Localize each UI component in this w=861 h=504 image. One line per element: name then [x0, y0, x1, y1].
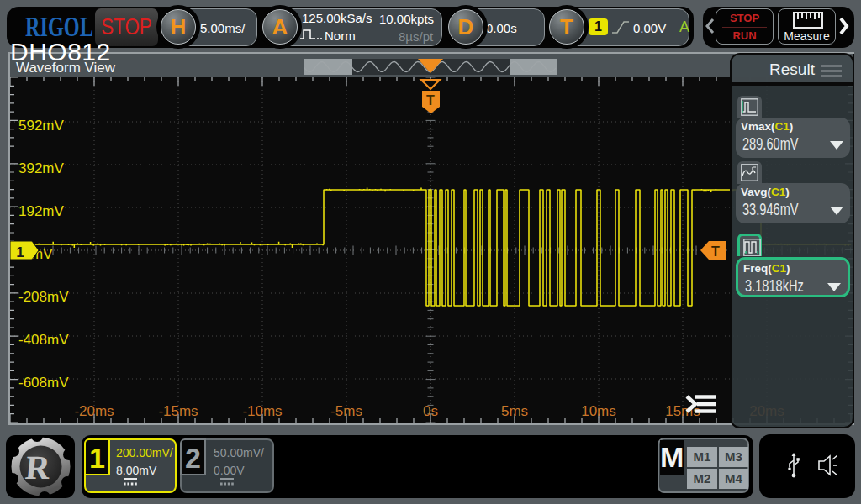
svg-text:-10ms: -10ms: [242, 403, 282, 419]
svg-text:-15ms: -15ms: [158, 403, 198, 419]
svg-text:T: T: [711, 244, 720, 259]
svg-text:392mV: 392mV: [18, 160, 65, 176]
svg-text:592mV: 592mV: [18, 118, 65, 134]
svg-text:-20ms: -20ms: [74, 403, 114, 419]
svg-text:1: 1: [16, 244, 24, 260]
svg-text:10ms: 10ms: [581, 403, 616, 419]
svg-text:5ms: 5ms: [501, 403, 528, 419]
svg-text:T: T: [426, 93, 435, 108]
svg-text:-208mV: -208mV: [18, 289, 69, 305]
svg-text:R: R: [24, 449, 53, 486]
svg-text:-608mV: -608mV: [18, 375, 69, 391]
svg-text:-408mV: -408mV: [18, 332, 69, 348]
svg-text:0s: 0s: [423, 403, 438, 419]
svg-text:-5ms: -5ms: [330, 403, 362, 419]
svg-text:192mV: 192mV: [18, 203, 65, 219]
